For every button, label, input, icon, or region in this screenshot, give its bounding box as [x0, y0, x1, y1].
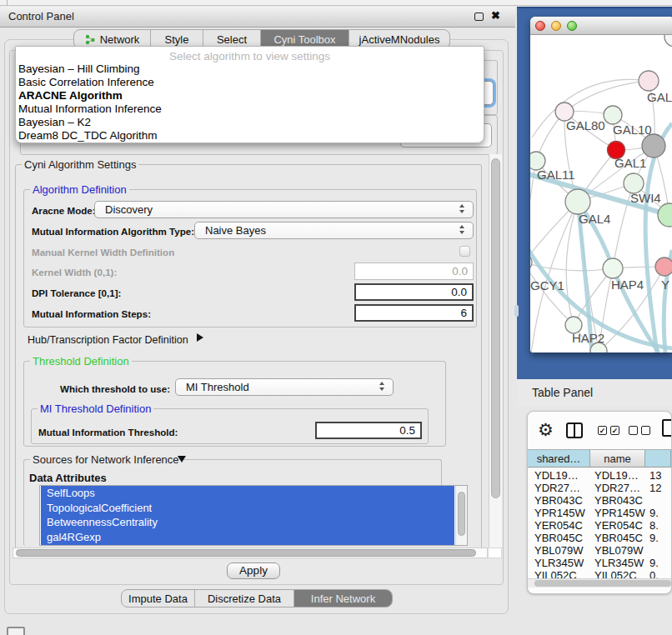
columns-icon[interactable] [566, 422, 583, 438]
tab-discretize-data[interactable]: Discretize Data [195, 590, 294, 607]
column-header-name[interactable]: name [590, 450, 645, 467]
zoom-traffic-light-icon[interactable] [567, 21, 577, 31]
manual-kernel-label: Manual Kernel Width Definition [32, 247, 174, 258]
tab-impute-data[interactable]: Impute Data [122, 590, 195, 607]
network-graph-canvas[interactable]: GALGAL80GAL10GAL1GAL11SWI4GAL4GCY1HAP4YH… [530, 35, 672, 352]
dropdown-item[interactable]: ARACNE Algorithm [18, 89, 482, 102]
float-window-icon[interactable] [474, 12, 484, 21]
dpi-tolerance-label: DPI Tolerance [0,1]: [32, 288, 121, 298]
dropdown-item[interactable]: Basic Correlation Inference [18, 76, 482, 89]
cyni-bottom-tabs: Impute Data Discretize Data Infer Networ… [121, 589, 393, 608]
manual-kernel-checkbox[interactable] [459, 246, 470, 257]
svg-text:GAL11: GAL11 [537, 168, 575, 182]
svg-text:GAL80: GAL80 [566, 118, 605, 132]
close-traffic-light-icon[interactable] [535, 21, 545, 31]
svg-text:GAL10: GAL10 [613, 122, 652, 137]
expand-arrow-icon[interactable] [197, 333, 203, 342]
algorithm-definition-title: Algorithm Definition [30, 183, 129, 196]
mi-steps-label: Mutual Information Steps: [32, 308, 151, 319]
network-node-grayn [642, 134, 665, 158]
apply-button[interactable]: Apply [227, 562, 280, 579]
which-threshold-label: Which threshold to use: [60, 383, 170, 394]
table-body: YDL19… YDL19… 13 YDR27… YDR27… 12 YBR043… [528, 469, 671, 582]
mi-threshold-field[interactable]: 0.5 [315, 422, 422, 439]
network-node-salmon [655, 258, 672, 276]
dpi-tolerance-field[interactable]: 0.0 [354, 283, 474, 301]
table-row[interactable]: YBR045C YBR045C 9. [528, 532, 671, 544]
network-node-hap4 [603, 258, 623, 278]
dropdown-item[interactable]: Bayesian – K2 [18, 116, 482, 129]
dropdown-placeholder: Select algorithm to view settings [16, 50, 484, 62]
control-panel-titlebar: Control Panel ✖ [0, 7, 515, 28]
kernel-width-field[interactable]: 0.0 [354, 262, 474, 280]
list-item[interactable]: gal4RGexp [41, 530, 454, 545]
dropdown-item[interactable]: Mutual Information Inference [18, 102, 482, 116]
network-window-titlebar [530, 17, 672, 35]
network-view-window[interactable]: GALGAL80GAL10GAL1GAL11SWI4GAL4GCY1HAP4YH… [530, 17, 672, 352]
algorithm-dropdown: Select algorithm to view settings Bayesi… [15, 46, 484, 143]
list-item[interactable]: TopologicalCoefficient [41, 501, 454, 516]
table-panel-header: Table Panel [517, 379, 672, 406]
mi-type-label: Mutual Information Algorithm Type: [32, 226, 194, 237]
network-node-gal4 [565, 189, 590, 214]
table-horizontal-scrollbar[interactable] [528, 578, 671, 588]
settings-vertical-scrollbar[interactable] [489, 154, 502, 558]
docked-panel-icon[interactable] [7, 627, 25, 635]
mi-threshold-definition-title: MI Threshold Definition [38, 402, 153, 415]
scrollbar-thumb[interactable] [16, 549, 476, 557]
column-header-next[interactable] [645, 450, 671, 467]
network-node-gal_p [639, 71, 659, 91]
scrollbar-thumb[interactable] [491, 158, 500, 498]
document-icon[interactable] [662, 419, 672, 437]
dropdown-item[interactable]: Dream8 DC_TDC Algorithm [18, 129, 482, 142]
mi-steps-field[interactable]: 6 [354, 304, 474, 322]
toolbar-divider [7, 0, 8, 6]
sources-title: Sources for Network Inference [30, 453, 182, 466]
table-row[interactable]: YDR27… YDR27… 12 [528, 482, 671, 494]
svg-text:SWI4: SWI4 [630, 191, 661, 205]
data-attributes-list[interactable]: SelfLoopsTopologicalCoefficientBetweenne… [39, 485, 468, 546]
scrollbar-corner [488, 548, 502, 558]
mi-threshold-label: Mutual Information Threshold: [38, 427, 178, 438]
settings-horizontal-scrollbar[interactable] [13, 548, 488, 558]
which-threshold-select[interactable]: MI Threshold [175, 378, 394, 396]
svg-text:HAP4: HAP4 [611, 278, 644, 292]
gear-icon[interactable]: ⚙ [538, 421, 554, 438]
dropdown-items: Bayesian – Hill ClimbingBasic Correlatio… [18, 62, 482, 142]
select-all-checkboxes-icon[interactable]: ✓✓ [598, 426, 619, 435]
scrollbar-thumb[interactable] [534, 580, 671, 587]
close-icon[interactable]: ✖ [491, 9, 500, 22]
table-row[interactable]: YDL19… YDL19… 13 [528, 469, 671, 482]
svg-text:GAL: GAL [647, 90, 672, 104]
table-row[interactable]: YBL079W YBL079W [528, 544, 671, 557]
spinner-arrows-icon [459, 204, 466, 213]
table-row[interactable]: YLR345W YLR345W 9. [528, 557, 671, 569]
control-panel-title: Control Panel [8, 10, 74, 22]
deselect-all-checkboxes-icon[interactable] [629, 426, 650, 435]
aracne-mode-select[interactable]: Discovery [94, 201, 474, 218]
minimize-traffic-light-icon[interactable] [551, 21, 561, 31]
network-tab-icon [85, 34, 96, 45]
tab-infer-network[interactable]: Infer Network [294, 590, 392, 607]
svg-text:HAP2: HAP2 [572, 331, 604, 345]
scrollbar-thumb[interactable] [458, 492, 465, 536]
list-item[interactable]: BetweennessCentrality [41, 515, 454, 530]
dropdown-item[interactable]: Bayesian – Hill Climbing [18, 62, 482, 76]
svg-text:GAL1: GAL1 [614, 156, 646, 170]
list-item[interactable]: SelfLoops [41, 486, 454, 501]
cyni-algorithm-settings-title: Cyni Algorithm Settings [22, 158, 138, 171]
column-header-shared[interactable]: shared… [528, 450, 590, 467]
table-row[interactable]: YBR043C YBR043C [528, 494, 671, 507]
table-row[interactable]: YPR145W YPR145W 9. [528, 507, 671, 519]
hub-factor-definition-label[interactable]: Hub/Transcription Factor Definition [28, 334, 188, 346]
splitter-handle[interactable] [514, 305, 519, 317]
spinner-arrows-icon [379, 382, 386, 391]
svg-text:GCY1: GCY1 [530, 278, 564, 292]
threshold-definition-title: Threshold Definition [30, 355, 132, 368]
mi-type-select[interactable]: Naive Bayes [194, 222, 474, 239]
table-row[interactable]: YER054C YER054C 8. [528, 519, 671, 532]
svg-text:GAL4: GAL4 [579, 212, 610, 226]
svg-text:Y: Y [661, 278, 669, 292]
list-vertical-scrollbar[interactable] [455, 486, 467, 545]
collapse-arrow-icon[interactable] [178, 456, 186, 462]
